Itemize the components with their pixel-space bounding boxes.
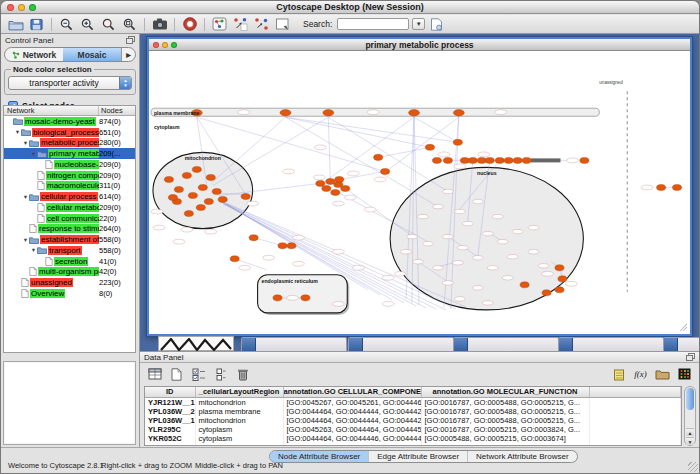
minimized-window[interactable]: [348, 337, 454, 351]
scroll-down-button[interactable]: ▼: [686, 437, 694, 445]
tree-row[interactable]: multi-organism pro42(0): [4, 267, 135, 278]
svg-text:plasma membrane: plasma membrane: [154, 110, 200, 116]
layout-button-1[interactable]: [231, 16, 250, 32]
save-session-button[interactable]: [27, 16, 46, 32]
table-row[interactable]: YPL036W__1mitochondrion[GO:0044464, GO:0…: [145, 416, 681, 425]
trash-icon: [237, 368, 249, 381]
zoom-out-button[interactable]: [57, 16, 76, 32]
help-button[interactable]: [180, 16, 199, 32]
tree-row-count: 264(0): [99, 224, 135, 233]
attribute-list-button[interactable]: [212, 366, 229, 382]
tree-row[interactable]: response to stimulu264(0): [4, 224, 135, 235]
tree-row-label: nucleobase-: [54, 160, 99, 169]
zoom-fit-button[interactable]: [120, 16, 139, 32]
tree-row[interactable]: Overview8(0): [4, 288, 135, 299]
control-panel-tabs: Network Mosaic ▶: [4, 47, 136, 62]
heatmap-button[interactable]: [676, 366, 693, 382]
table-row[interactable]: YPL036W__2plasma membrane[GO:0044464, GO…: [145, 407, 681, 416]
table-row[interactable]: YDR039C__1mitochondrion[GO:0044464, GO:0…: [145, 443, 681, 447]
table-row[interactable]: YLR295Ccytoplasm[GO:0045263, GO:0044464,…: [145, 425, 681, 434]
annotation-button[interactable]: [273, 16, 292, 32]
create-attribute-button[interactable]: [168, 366, 185, 382]
minimized-window[interactable]: [558, 337, 664, 351]
column-network[interactable]: Network: [4, 106, 99, 115]
table-scrollbar[interactable]: ▲ ▼: [684, 386, 696, 446]
zoom-selected-button[interactable]: [99, 16, 118, 32]
list-icon: [216, 368, 226, 381]
attribute-batch-edit-button[interactable]: [190, 366, 207, 382]
status-welcome: Welcome to Cytoscape 2.8.1: [8, 461, 104, 470]
search-input[interactable]: [337, 18, 409, 30]
notes-button[interactable]: [610, 366, 627, 382]
tree-row[interactable]: ▼establishment of lo558(0): [4, 234, 135, 245]
column-header[interactable]: annotation.GO CELLULAR_COMPONENT: [283, 387, 421, 397]
zoom-in-button[interactable]: [78, 16, 97, 32]
float-panel-icon[interactable]: [686, 353, 695, 361]
tree-row[interactable]: ▼metabolic process280(0): [4, 138, 135, 149]
tree-row[interactable]: mosaic-demo-yeast874(0): [4, 116, 135, 127]
network-overview-button[interactable]: [210, 16, 229, 32]
column-header[interactable]: annotation.GO MOLECULAR_FUNCTION: [421, 387, 589, 397]
attribute-file-button[interactable]: [427, 16, 446, 32]
disclosure-triangle-icon[interactable]: ▼: [30, 247, 37, 253]
mosaic-preview-panel: [3, 361, 136, 445]
tab-node-attribute-browser[interactable]: Node Attribute Browser: [270, 451, 368, 462]
tree-row[interactable]: ▼primary metabo209(...: [4, 148, 135, 159]
tab-edge-attribute-browser[interactable]: Edge Attribute Browser: [368, 451, 467, 462]
search-dropdown-button[interactable]: ▼: [412, 18, 425, 30]
network-window-titlebar[interactable]: primary metabolic process: [149, 39, 690, 51]
data-panel: Data Panel: [140, 351, 699, 449]
tab-mosaic[interactable]: Mosaic: [63, 48, 121, 61]
data-panel-header: Data Panel: [140, 352, 699, 363]
tab-network[interactable]: Network: [5, 48, 63, 61]
minimized-window[interactable]: [663, 337, 699, 351]
more-tabs-button[interactable]: ▶: [121, 48, 135, 61]
tree-row[interactable]: unassigned223(0): [4, 277, 135, 288]
float-panel-icon[interactable]: [126, 36, 135, 44]
column-nodes[interactable]: Nodes: [99, 106, 135, 115]
overview-window-fragment[interactable]: [158, 336, 234, 351]
tree-row[interactable]: ▼cellular process614(0): [4, 191, 135, 202]
tree-row[interactable]: ▼transport558(0): [4, 245, 135, 256]
minimized-window[interactable]: [453, 337, 559, 351]
column-header[interactable]: ID: [145, 387, 195, 397]
disclosure-triangle-icon[interactable]: ▼: [30, 151, 37, 157]
attribute-table-rows: YJR121W__1mitochondrion[GO:0045267, GO:0…: [145, 397, 681, 446]
table-row[interactable]: YKR052Ccytoplasm[GO:0044464, GO:0044446,…: [145, 434, 681, 443]
node-color-dropdown[interactable]: transporter activity ▲▼: [8, 76, 132, 90]
table-row[interactable]: YJR121W__1mitochondrion[GO:0045267, GO:0…: [145, 397, 681, 407]
resize-grip[interactable]: [688, 462, 698, 472]
network-canvas[interactable]: plasma membranecytoplasmmitochondrionnuc…: [149, 51, 690, 334]
tree-row-label: macromolecule: [46, 181, 99, 190]
tree-row[interactable]: cell communicat22(0): [4, 213, 135, 224]
formula-button[interactable]: f(x): [632, 366, 649, 382]
scroll-up-button[interactable]: ▲: [686, 428, 694, 436]
tree-row[interactable]: macromolecule311(0): [4, 181, 135, 192]
disclosure-triangle-icon[interactable]: ▼: [22, 140, 29, 146]
tree-row[interactable]: nitrogen compo209(0): [4, 170, 135, 181]
layout-button-2[interactable]: [252, 16, 271, 32]
tree-row[interactable]: nucleobase-209(0): [4, 159, 135, 170]
tree-row-label: biological_process: [32, 128, 99, 137]
scrollbar-thumb[interactable]: [686, 388, 694, 410]
minimized-window[interactable]: [241, 337, 347, 351]
snapshot-button[interactable]: [150, 16, 169, 32]
tree-row-label: cell communicat: [46, 214, 99, 223]
disclosure-triangle-icon[interactable]: ▼: [22, 194, 29, 200]
tree-row[interactable]: cellular metabo209(0): [4, 202, 135, 213]
tree-row[interactable]: ▼biological_process651(0): [4, 127, 135, 138]
delete-attribute-button[interactable]: [234, 366, 251, 382]
disclosure-triangle-icon[interactable]: ▼: [22, 237, 29, 243]
tree-row[interactable]: secretion41(0): [4, 256, 135, 267]
svg-text:cytoplasm: cytoplasm: [154, 124, 180, 130]
select-attributes-button[interactable]: [146, 366, 163, 382]
import-attributes-button[interactable]: [654, 366, 671, 382]
tree-row-label: mosaic-demo-yeast: [24, 117, 96, 126]
tree-row-count: 223(0): [99, 278, 135, 287]
tab-network-attribute-browser[interactable]: Network Attribute Browser: [467, 451, 576, 462]
disclosure-triangle-icon[interactable]: ▼: [14, 129, 21, 135]
attribute-table-header: ID_cellularLayoutRegionannotation.GO CEL…: [145, 387, 681, 397]
open-session-button[interactable]: [6, 16, 25, 32]
column-header[interactable]: _cellularLayoutRegion: [195, 387, 283, 397]
network-view-window[interactable]: primary metabolic process plasma membran…: [147, 37, 692, 336]
